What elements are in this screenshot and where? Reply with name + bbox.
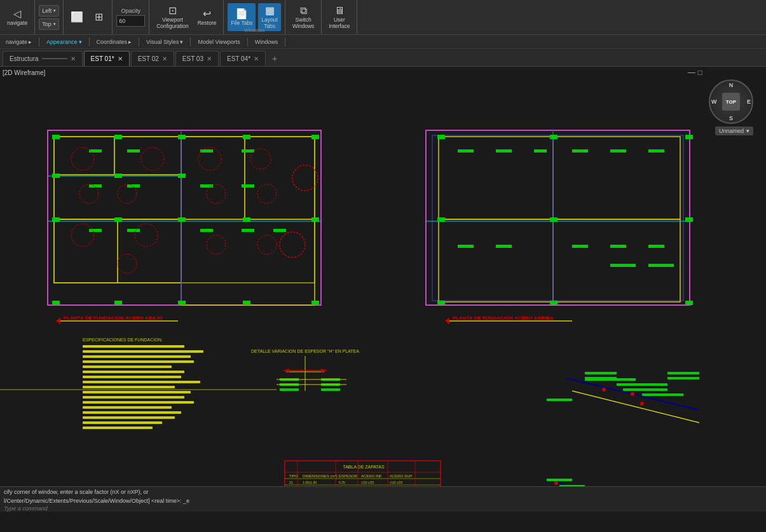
status-line-2: l/Center/Dynamic/Extents/Previous/Scale/… bbox=[4, 496, 762, 505]
svg-rect-90 bbox=[610, 264, 636, 267]
svg-rect-39 bbox=[127, 229, 140, 232]
compass-unnamed-label[interactable]: Unnamed ▾ bbox=[715, 126, 753, 135]
svg-rect-74 bbox=[550, 217, 557, 222]
compass-center[interactable]: TOP bbox=[722, 93, 740, 111]
viewport-minimize-btn[interactable]: — bbox=[688, 68, 695, 77]
svg-rect-29 bbox=[52, 301, 60, 305]
ribbon-navigate[interactable]: navigate ▸ bbox=[3, 38, 35, 46]
svg-text:ESPESOR: ESPESOR bbox=[339, 474, 358, 478]
switch-windows-btn[interactable]: ⧉ SwitchWindows bbox=[289, 3, 317, 31]
opacity-input[interactable] bbox=[116, 15, 145, 27]
svg-rect-17 bbox=[114, 135, 122, 139]
svg-rect-213 bbox=[585, 372, 617, 374]
viewport-config-label: Viewport Configuration bbox=[156, 17, 189, 29]
svg-rect-195 bbox=[642, 393, 683, 396]
doc-tab-est01-close[interactable]: ✕ bbox=[118, 55, 123, 62]
svg-rect-101 bbox=[83, 355, 191, 358]
svg-rect-71 bbox=[550, 135, 557, 139]
user-interface-btn[interactable]: 🖥 User Interface bbox=[325, 3, 353, 31]
ribbon-sep-2 bbox=[89, 38, 90, 46]
icon-btn-2[interactable]: ⊞ bbox=[89, 3, 108, 31]
icon-btn-1[interactable]: ⬜ bbox=[67, 3, 86, 31]
svg-text:TIPO: TIPO bbox=[289, 474, 298, 478]
ribbon-coordinates[interactable]: Coordinates ▸ bbox=[93, 38, 135, 46]
svg-rect-46 bbox=[273, 229, 286, 232]
status-bar: cify corner of window, enter a scale fac… bbox=[0, 486, 766, 512]
svg-text:ACERO INF.: ACERO INF. bbox=[361, 474, 383, 478]
svg-rect-77 bbox=[550, 301, 557, 305]
doc-tab-est04-close[interactable]: ✕ bbox=[254, 55, 259, 62]
svg-text:PLANTA DE FUNDACION ACERO ARRI: PLANTA DE FUNDACION ACERO ARRIBA bbox=[453, 315, 554, 321]
doc-tab-est04[interactable]: EST 04* ✕ bbox=[220, 51, 266, 66]
svg-rect-99 bbox=[83, 345, 184, 348]
ribbon-visual-styles[interactable]: Visual Styles ▾ bbox=[143, 38, 186, 46]
svg-rect-32 bbox=[243, 301, 250, 305]
navigate-icon: ◁ bbox=[13, 9, 21, 19]
svg-rect-16 bbox=[52, 135, 60, 139]
command-input[interactable] bbox=[4, 505, 762, 512]
svg-rect-215 bbox=[585, 377, 617, 379]
viewport-config-btn[interactable]: ⊡ Viewport Configuration bbox=[153, 3, 192, 31]
opacity-label: Opacity bbox=[121, 8, 140, 14]
svg-rect-88 bbox=[610, 245, 626, 248]
compass-south-label: S bbox=[729, 115, 733, 121]
svg-rect-214 bbox=[667, 372, 699, 374]
align-arrow-icon: ▾ bbox=[53, 8, 56, 13]
ribbon-windows[interactable]: Windows bbox=[252, 38, 282, 46]
restore-btn[interactable]: ↩ Restore bbox=[195, 3, 220, 31]
add-tab-btn[interactable]: + bbox=[267, 51, 282, 66]
view-arrow-icon: ▾ bbox=[53, 22, 56, 27]
svg-rect-86 bbox=[648, 149, 664, 153]
status-line-1: cify corner of window, enter a scale fac… bbox=[4, 488, 762, 496]
doc-tab-est02-close[interactable]: ✕ bbox=[162, 55, 167, 62]
compass-dropdown-arrow: ▾ bbox=[746, 128, 749, 134]
viewport-maximize-btn[interactable]: □ bbox=[698, 68, 702, 77]
file-tabs-label: File Tabs bbox=[231, 20, 252, 26]
svg-rect-27 bbox=[243, 217, 250, 222]
ribbon-appearance[interactable]: Appearance ▾ bbox=[43, 38, 85, 46]
ribbon-sep-6 bbox=[285, 38, 285, 46]
svg-rect-91 bbox=[648, 264, 674, 267]
switch-windows-label: SwitchWindows bbox=[292, 17, 314, 29]
svg-rect-24 bbox=[52, 217, 60, 222]
restore-label: Restore bbox=[198, 20, 217, 26]
svg-rect-106 bbox=[83, 381, 200, 383]
svg-rect-41 bbox=[242, 149, 254, 153]
svg-rect-115 bbox=[83, 426, 153, 429]
svg-rect-194 bbox=[623, 388, 667, 391]
navigate-btn[interactable]: ◁ navigate bbox=[4, 3, 31, 31]
doc-tab-est03-close[interactable]: ✕ bbox=[207, 55, 212, 62]
user-interface-icon: 🖥 bbox=[334, 6, 345, 16]
ribbon-model-viewports[interactable]: Model Viewports bbox=[195, 38, 243, 46]
doc-tab-est01[interactable]: EST 01* ✕ bbox=[84, 51, 130, 66]
svg-rect-31 bbox=[178, 301, 186, 305]
svg-rect-40 bbox=[200, 149, 213, 153]
svg-rect-103 bbox=[83, 365, 172, 368]
svg-rect-110 bbox=[83, 401, 194, 404]
svg-rect-108 bbox=[83, 391, 191, 393]
svg-text:0.25: 0.25 bbox=[339, 481, 345, 484]
doc-tab-est03[interactable]: EST 03 ✕ bbox=[175, 51, 219, 66]
ribbon-appearance-label: Appearance bbox=[46, 39, 78, 45]
tabs-group-label: Windows bbox=[244, 27, 264, 33]
svg-rect-193 bbox=[617, 383, 667, 386]
doc-tab-estructura-close[interactable]: ✕ bbox=[71, 55, 76, 62]
svg-rect-38 bbox=[89, 229, 102, 232]
align-dropdown[interactable]: Left ▾ bbox=[39, 5, 59, 17]
doc-tab-estructura[interactable]: Estructura ━━━━━━━━ ✕ bbox=[3, 51, 83, 66]
view-dropdown[interactable]: Top ▾ bbox=[39, 18, 59, 30]
doc-tab-est03-label: EST 03 bbox=[182, 55, 203, 62]
tabs-section: 📄 File Tabs ▦ Layout Tabs Windows bbox=[224, 0, 285, 34]
svg-rect-23 bbox=[178, 174, 186, 178]
svg-rect-70 bbox=[437, 135, 445, 139]
compass-west-label: W bbox=[711, 99, 717, 105]
navigate-label: navigate bbox=[7, 20, 27, 26]
compass-outer: N S E W TOP bbox=[709, 79, 753, 124]
svg-text:∅10 c/20: ∅10 c/20 bbox=[361, 481, 374, 484]
svg-rect-79 bbox=[458, 149, 474, 153]
doc-tab-est02[interactable]: EST 02 ✕ bbox=[131, 51, 174, 66]
svg-rect-20 bbox=[311, 135, 319, 139]
doc-tab-est04-label: EST 04* bbox=[227, 55, 250, 62]
svg-rect-127 bbox=[321, 388, 340, 391]
svg-point-209 bbox=[554, 481, 558, 485]
